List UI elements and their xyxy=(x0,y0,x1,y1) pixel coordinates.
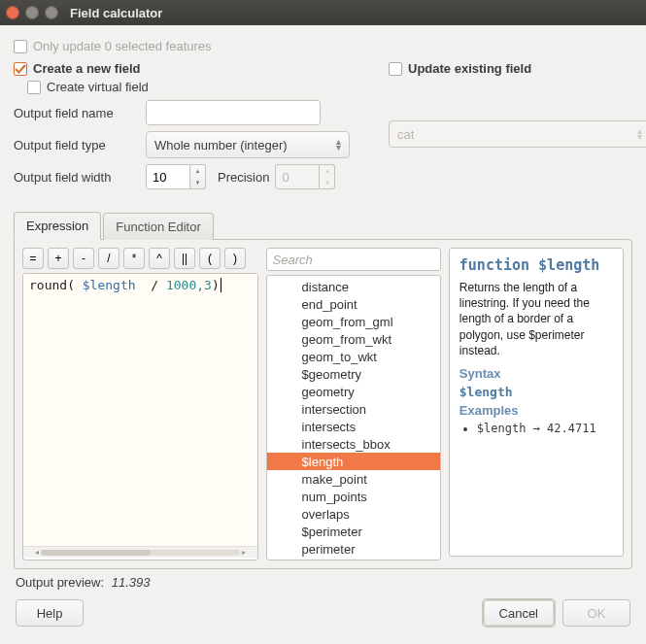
scroll-right-icon[interactable]: ▸ xyxy=(240,548,248,557)
operator-button-[interactable]: || xyxy=(174,248,195,269)
output-field-width-label: Output field width xyxy=(14,170,140,185)
function-list-item[interactable]: num_points xyxy=(267,488,440,505)
function-list[interactable]: distanceend_pointgeom_from_gmlgeom_from_… xyxy=(266,275,441,560)
function-list-item[interactable]: make_point xyxy=(267,470,440,488)
spin-arrows-icon[interactable]: ▲▼ xyxy=(190,164,206,189)
window-title: Field calculator xyxy=(70,6,162,20)
update-existing-field-checkbox[interactable] xyxy=(389,62,402,76)
function-list-item[interactable]: $geometry xyxy=(267,365,440,383)
window-minimize-button[interactable] xyxy=(25,6,39,19)
function-list-item[interactable]: intersects_bbox xyxy=(267,435,440,453)
create-virtual-field-checkbox[interactable] xyxy=(27,81,41,94)
help-syntax-heading: Syntax xyxy=(459,366,613,381)
output-field-type-value: Whole number (integer) xyxy=(154,138,288,153)
function-help-panel: function $length Returns the length of a… xyxy=(449,248,624,557)
function-list-item[interactable]: intersects xyxy=(267,418,440,435)
output-preview: Output preview: 11.393 xyxy=(16,575,630,590)
spin-arrows-icon: ▲▼ xyxy=(320,164,335,189)
text-caret xyxy=(221,278,221,292)
function-list-item[interactable]: perimeter xyxy=(267,540,440,558)
existing-field-select: cat ▴▾ xyxy=(389,120,646,148)
function-list-item[interactable]: end_point xyxy=(267,295,440,313)
function-search-input[interactable]: Search xyxy=(266,248,441,271)
create-new-field-checkbox[interactable] xyxy=(14,62,27,76)
only-update-selected-checkbox[interactable] xyxy=(14,40,27,53)
tab-frame: =+-/*^||() round( $length / 1000,3) ◂ ▸ … xyxy=(14,239,632,569)
function-list-item[interactable]: $perimeter xyxy=(267,523,440,540)
create-virtual-field-label: Create virtual field xyxy=(47,80,149,94)
output-field-type-label: Output field type xyxy=(14,138,140,153)
output-field-width-spin[interactable]: ▲▼ xyxy=(146,164,206,189)
help-description: Returns the length of a linestring. If y… xyxy=(459,280,613,358)
operator-button-[interactable]: + xyxy=(48,248,69,269)
output-field-type-select[interactable]: Whole number (integer) ▴▾ xyxy=(146,131,350,158)
operator-button-[interactable]: ) xyxy=(224,248,246,269)
function-list-item[interactable]: $length xyxy=(267,453,440,470)
only-update-selected-label: Only update 0 selected features xyxy=(33,39,212,53)
function-list-item[interactable]: geom_to_wkt xyxy=(267,348,440,365)
tab-expression[interactable]: Expression xyxy=(14,212,101,240)
update-existing-field-label: Update existing field xyxy=(408,61,531,76)
output-field-name-input[interactable] xyxy=(146,100,321,125)
existing-field-value: cat xyxy=(397,127,414,142)
function-list-item[interactable]: intersection xyxy=(267,400,440,418)
precision-spin: ▲▼ xyxy=(275,164,335,189)
scroll-thumb[interactable] xyxy=(41,550,151,556)
help-button[interactable]: Help xyxy=(16,599,84,627)
check-icon xyxy=(15,63,26,75)
cancel-button[interactable]: Cancel xyxy=(483,599,555,627)
scroll-track[interactable] xyxy=(41,550,240,556)
function-list-item[interactable]: distance xyxy=(267,278,440,295)
editor-hscrollbar[interactable]: ◂ ▸ xyxy=(23,546,257,558)
help-example-item: $length → 42.4711 xyxy=(477,422,613,435)
create-new-field-label: Create a new field xyxy=(33,61,141,76)
chevron-updown-icon: ▴▾ xyxy=(336,139,341,151)
output-preview-value: 11.393 xyxy=(112,575,151,590)
output-preview-label: Output preview: xyxy=(16,575,104,590)
chevron-updown-icon: ▴▾ xyxy=(637,128,642,140)
operator-button-[interactable]: ^ xyxy=(149,248,170,269)
operator-button-[interactable]: / xyxy=(98,248,119,269)
output-field-name-label: Output field name xyxy=(14,106,140,120)
tab-function-editor[interactable]: Function Editor xyxy=(103,213,213,240)
help-examples-heading: Examples xyxy=(459,403,613,418)
function-list-item[interactable]: overlaps xyxy=(267,505,440,523)
expression-editor-wrap: round( $length / 1000,3) ◂ ▸ xyxy=(22,273,258,560)
window-close-button[interactable] xyxy=(6,6,19,19)
expression-editor[interactable]: round( $length / 1000,3) xyxy=(23,274,257,546)
function-list-item[interactable]: geom_from_wkt xyxy=(267,330,440,348)
operator-toolbar: =+-/*^||() xyxy=(22,248,258,269)
help-syntax-value: $length xyxy=(459,385,613,399)
output-field-width-input[interactable] xyxy=(146,164,190,189)
function-list-item[interactable]: geometry xyxy=(267,383,440,400)
operator-button-[interactable]: * xyxy=(123,248,145,269)
function-list-item[interactable]: geom_from_gml xyxy=(267,313,440,330)
operator-button-[interactable]: = xyxy=(22,248,44,269)
help-title: function $length xyxy=(459,256,613,274)
window-maximize-button[interactable] xyxy=(45,6,58,19)
precision-label: Precision xyxy=(218,170,269,185)
operator-button-[interactable]: - xyxy=(73,248,94,269)
window-titlebar: Field calculator xyxy=(0,0,646,25)
tab-bar: Expression Function Editor xyxy=(14,211,632,239)
precision-input xyxy=(275,164,320,189)
ok-button[interactable]: OK xyxy=(562,599,630,627)
operator-button-[interactable]: ( xyxy=(199,248,221,269)
scroll-left-icon[interactable]: ◂ xyxy=(33,548,41,557)
